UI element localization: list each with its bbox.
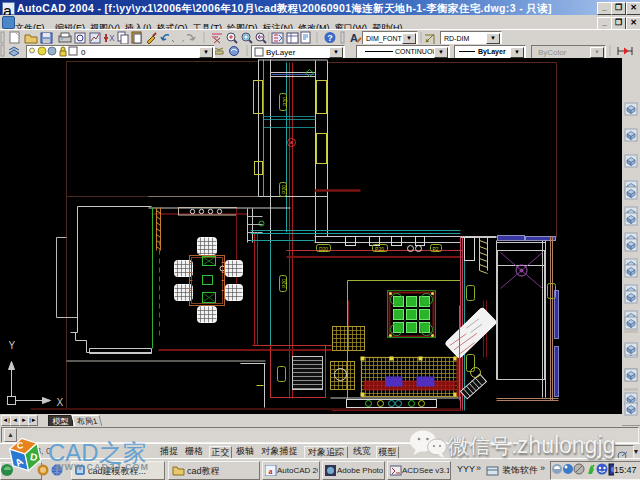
svg-text:C: C [16,440,24,450]
svg-text:D: D [29,451,38,463]
